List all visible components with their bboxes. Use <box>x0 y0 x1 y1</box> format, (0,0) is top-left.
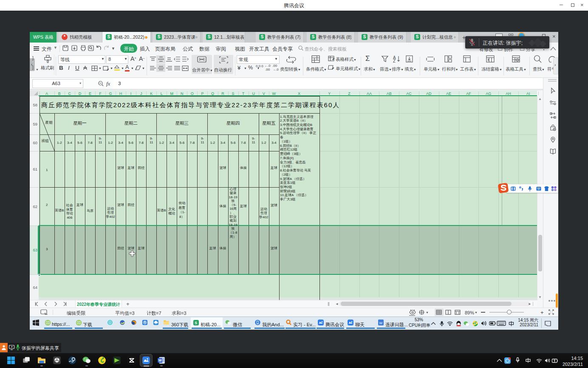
svg-text:S: S <box>195 321 197 325</box>
svg-text:Z: Z <box>393 59 396 63</box>
svg-text:W: W <box>158 358 162 362</box>
svg-text:s: s <box>45 313 47 315</box>
svg-text:W: W <box>379 321 382 325</box>
svg-text:K: K <box>144 321 146 324</box>
